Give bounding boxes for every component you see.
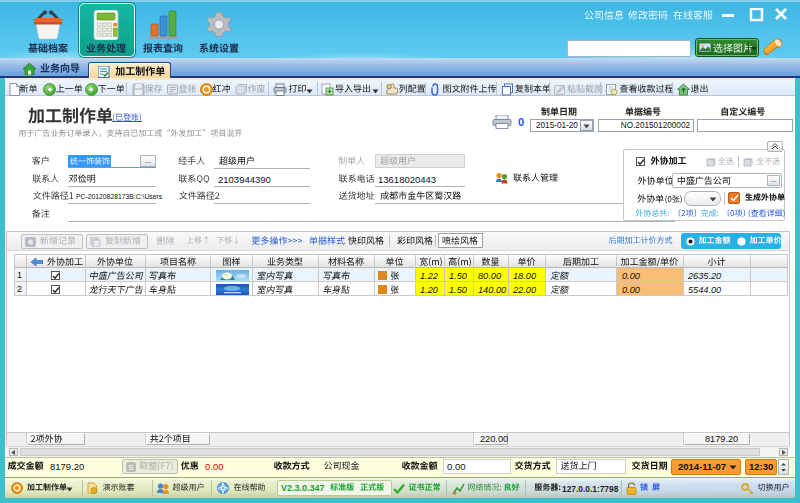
- svg-text:S: S: [128, 463, 133, 472]
